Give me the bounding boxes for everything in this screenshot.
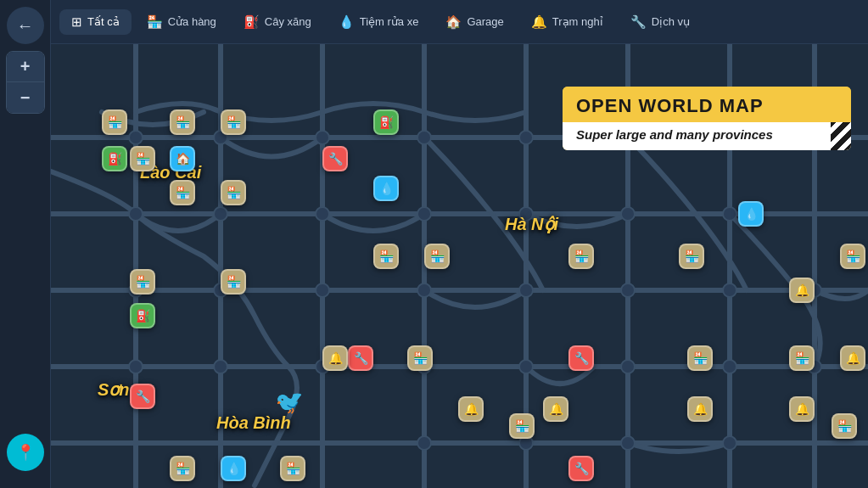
svg-point-31 <box>519 283 533 297</box>
nav-item-cua-hang[interactable]: 🏪 Cửa hàng <box>135 9 228 35</box>
nav-bar: ⊞ Tất cả 🏪 Cửa hàng ⛽ Cây xăng 💧 Tiệm rử… <box>51 0 868 44</box>
svg-point-41 <box>723 360 736 373</box>
gas-icon: ⛽ <box>244 14 260 30</box>
map-icon-store-13[interactable]: 🏪 <box>407 345 433 371</box>
map-icon-service-6[interactable]: 🔧 <box>568 456 594 481</box>
nav-item-rua-xe[interactable]: 💧 Tiệm rửa xe <box>327 9 431 35</box>
nav-label-garage: Garage <box>467 15 503 28</box>
map-icon-store-16[interactable]: 🏪 <box>789 345 815 371</box>
svg-point-25 <box>621 207 635 221</box>
svg-point-21 <box>214 207 227 221</box>
svg-point-30 <box>417 283 431 297</box>
nav-label-tat-ca: Tất cả <box>87 15 120 28</box>
map-icon-service-5[interactable]: 🔧 <box>130 384 155 409</box>
map-icon-rest-4[interactable]: 🔔 <box>687 396 713 422</box>
map-icon-rest-2[interactable]: 🔔 <box>458 396 484 422</box>
svg-point-36 <box>214 360 227 373</box>
map-icon-store-7[interactable]: 🏪 <box>130 269 155 294</box>
map-icon-rest-1[interactable]: 🔔 <box>322 345 348 371</box>
nav-label-dich-vu: Dịch vụ <box>652 15 690 28</box>
svg-point-24 <box>519 207 533 221</box>
map-icon-gas-2[interactable]: ⛽ <box>373 109 399 135</box>
map-icon-gas-3[interactable]: ⛽ <box>130 303 155 328</box>
map-area[interactable]: Lào Cai Hà Nội Sơn La Hòa Bình Hải Phòng… <box>51 44 868 488</box>
map-icon-store-15[interactable]: 🏪 <box>687 345 713 371</box>
svg-point-33 <box>723 283 736 297</box>
nav-item-tat-ca[interactable]: ⊞ Tất cả <box>59 9 132 35</box>
map-icon-gas-1[interactable]: ⛽ <box>102 146 127 171</box>
svg-point-46 <box>723 436 736 450</box>
map-icon-store-18[interactable]: 🏪 <box>280 456 305 481</box>
map-icon-rest-7[interactable]: 🔔 <box>789 396 815 422</box>
svg-point-43 <box>417 436 431 450</box>
map-icon-store-5[interactable]: 🏪 <box>170 180 195 205</box>
banner-subtitle: Super large and many provinces <box>563 122 851 150</box>
map-icon-store-1[interactable]: 🏪 <box>102 109 127 135</box>
zoom-in-button[interactable]: + <box>7 52 44 82</box>
svg-point-13 <box>129 131 143 144</box>
map-icon-store-3[interactable]: 🏪 <box>221 109 246 135</box>
map-icon-store-4[interactable]: 🏪 <box>130 146 155 171</box>
svg-point-15 <box>316 131 329 144</box>
nav-label-rua-xe: Tiệm rửa xe <box>360 15 419 28</box>
map-icon-rest-3[interactable]: 🔔 <box>543 396 568 422</box>
svg-point-17 <box>519 131 533 144</box>
nav-label-tram-nghi: Trạm nghỉ <box>552 15 603 28</box>
map-icon-store-17[interactable]: 🏪 <box>840 244 865 269</box>
svg-point-40 <box>621 360 635 373</box>
map-icon-home-1[interactable]: 🏠 <box>170 146 195 171</box>
nav-label-xang: Cây xăng <box>265 15 311 28</box>
map-icon-wash-2[interactable]: 💧 <box>738 201 764 227</box>
banner-title: OPEN WORLD MAP <box>563 87 851 122</box>
svg-point-32 <box>621 283 635 297</box>
svg-point-29 <box>316 283 329 297</box>
sidebar: ← + − 📍 <box>0 0 51 488</box>
svg-point-20 <box>129 207 143 221</box>
map-icon-store-9[interactable]: 🏪 <box>373 244 399 269</box>
svg-point-35 <box>129 360 143 373</box>
map-icon-wash-3[interactable]: 💧 <box>221 456 246 481</box>
map-icon-store-20[interactable]: 🏪 <box>832 413 857 439</box>
map-icon-store-6[interactable]: 🏪 <box>221 180 246 205</box>
map-icon-service-3[interactable]: 🔧 <box>568 345 594 371</box>
map-icon-rest-5[interactable]: 🔔 <box>789 278 815 303</box>
store-icon: 🏪 <box>147 14 163 30</box>
back-button[interactable]: ← <box>7 7 44 44</box>
nav-item-xang[interactable]: ⛽ Cây xăng <box>232 9 323 35</box>
zoom-controls: + − <box>6 51 45 114</box>
map-icon-store-8[interactable]: 🏪 <box>221 269 246 294</box>
location-button[interactable]: 📍 <box>7 434 44 471</box>
nav-item-dich-vu[interactable]: 🔧 Dịch vụ <box>619 9 702 35</box>
grid-icon: ⊞ <box>71 14 82 30</box>
map-icon-store-11[interactable]: 🏪 <box>568 244 594 269</box>
service-icon: 🔧 <box>630 14 647 30</box>
map-icon-store-2[interactable]: 🏪 <box>170 109 195 135</box>
svg-point-22 <box>316 207 329 221</box>
map-icon-store-10[interactable]: 🏪 <box>424 244 450 269</box>
map-icon-service-1[interactable]: 🔧 <box>322 146 348 171</box>
garage-icon: 🏠 <box>445 14 462 30</box>
map-icon-rest-6[interactable]: 🔔 <box>840 345 865 371</box>
nav-item-tram-nghi[interactable]: 🔔 Trạm nghỉ <box>519 9 615 35</box>
svg-point-45 <box>621 436 635 450</box>
map-icon-wash-1[interactable]: 💧 <box>373 176 399 201</box>
svg-point-26 <box>723 207 736 221</box>
nav-item-garage[interactable]: 🏠 Garage <box>434 9 515 35</box>
banner-stripe <box>831 122 851 150</box>
info-banner: OPEN WORLD MAP Super large and many prov… <box>563 87 851 150</box>
svg-point-39 <box>519 360 533 373</box>
rest-icon: 🔔 <box>531 14 547 30</box>
map-icon-store-12[interactable]: 🏪 <box>679 244 704 269</box>
map-icon-store-14[interactable]: 🏪 <box>509 413 535 439</box>
zoom-out-button[interactable]: − <box>7 82 44 113</box>
map-icon-service-2[interactable]: 🔧 <box>348 345 373 371</box>
map-icon-store-19[interactable]: 🏪 <box>170 456 195 481</box>
svg-point-23 <box>417 207 431 221</box>
wash-icon: 💧 <box>339 14 355 30</box>
svg-point-16 <box>417 131 431 144</box>
nav-label-cua-hang: Cửa hàng <box>168 15 216 28</box>
